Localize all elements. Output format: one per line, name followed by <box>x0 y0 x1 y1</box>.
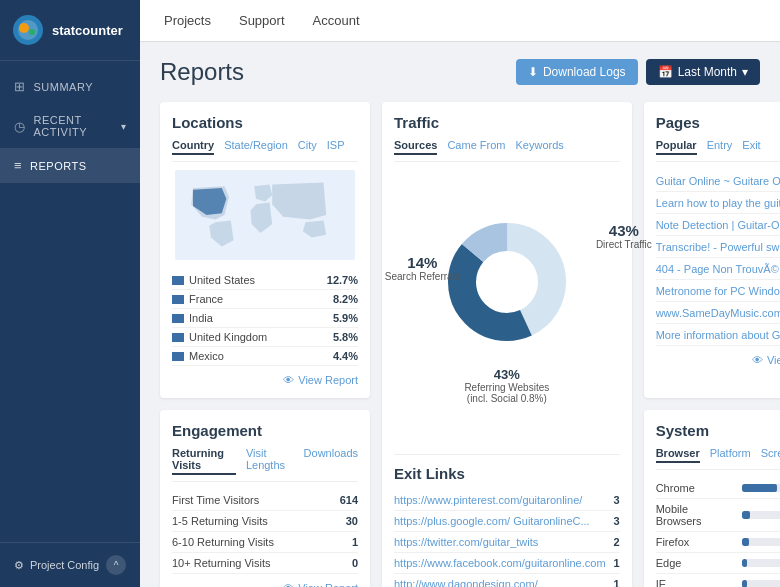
exit-link-row: http://www.dagondesign.com/ 1 <box>394 574 620 587</box>
tab-keywords[interactable]: Keywords <box>515 139 563 155</box>
tab-visit-lengths[interactable]: Visit Lengths <box>246 447 294 475</box>
tab-exit[interactable]: Exit <box>742 139 760 155</box>
system-row: Firefox 9.9% <box>656 532 780 553</box>
sidebar-nav: ⊞ Summary ◷ Recent Activity ▾ ≡ Reports <box>0 61 140 542</box>
donut-chart-container: 14% Search Referrals 43% Direct Traffic … <box>427 202 587 362</box>
main-content: Projects Support Account Reports ⬇ Downl… <box>140 0 780 587</box>
browser-name: IE <box>656 578 736 587</box>
search-referrals-pct: 14% <box>385 254 460 271</box>
engagement-row: First Time Visitors 614 <box>172 490 358 511</box>
exit-links-title: Exit Links <box>394 465 620 482</box>
browser-bar-container <box>742 511 780 519</box>
traffic-title: Traffic <box>394 114 620 131</box>
system-row: IE 6.7% <box>656 574 780 587</box>
exit-link-row: https://www.facebook.com/guitaronline.co… <box>394 553 620 574</box>
engagement-label: First Time Visitors <box>172 494 340 506</box>
tab-country[interactable]: Country <box>172 139 214 155</box>
nav-account[interactable]: Account <box>309 13 364 28</box>
page-name[interactable]: Transcribe! - Powerful swiss knife for .… <box>656 241 780 253</box>
traffic-tabs: Sources Came From Keywords <box>394 139 620 162</box>
page-title: Reports <box>160 58 244 86</box>
page-row: Guitar Online ~ Guitare Online ~ Guit...… <box>656 170 780 192</box>
engagement-view-report[interactable]: 👁 View Report <box>172 582 358 587</box>
tab-browser[interactable]: Browser <box>656 447 700 463</box>
tab-returning-visits[interactable]: Returning Visits <box>172 447 236 475</box>
exit-url[interactable]: https://twitter.com/guitar_twits <box>394 536 606 548</box>
pages-title: Pages <box>656 114 780 131</box>
browser-name: Firefox <box>656 536 736 548</box>
tab-downloads[interactable]: Downloads <box>304 447 358 475</box>
browser-bar <box>742 511 750 519</box>
engagement-row: 10+ Returning Visits 0 <box>172 553 358 574</box>
reports-icon: ≡ <box>14 158 22 173</box>
exit-url[interactable]: https://www.pinterest.com/guitaronline/ <box>394 494 606 506</box>
sidebar-item-reports[interactable]: ≡ Reports <box>0 148 140 183</box>
top-navigation: Projects Support Account <box>140 0 780 42</box>
system-row: Mobile Browsers 11.5% <box>656 499 780 532</box>
browser-name: Mobile Browsers <box>656 503 736 527</box>
page-name[interactable]: Learn how to play the guitar: tutorial..… <box>656 197 780 209</box>
nav-support[interactable]: Support <box>235 13 289 28</box>
tab-isp[interactable]: ISP <box>327 139 345 155</box>
exit-link-row: https://plus.google.com/ GuitaronlineC..… <box>394 511 620 532</box>
header-actions: ⬇ Download Logs 📅 Last Month ▾ <box>516 59 760 85</box>
exit-links-section: Exit Links https://www.pinterest.com/gui… <box>394 454 620 587</box>
locations-view-report[interactable]: 👁 View Report <box>172 374 358 386</box>
engagement-tabs: Returning Visits Visit Lengths Downloads <box>172 447 358 482</box>
tab-city[interactable]: City <box>298 139 317 155</box>
tab-came-from[interactable]: Came From <box>447 139 505 155</box>
sidebar-item-summary[interactable]: ⊞ Summary <box>0 69 140 104</box>
location-name: France <box>189 293 333 305</box>
period-selector-button[interactable]: 📅 Last Month ▾ <box>646 59 760 85</box>
tab-popular[interactable]: Popular <box>656 139 697 155</box>
view-report-icon: 👁 <box>283 582 294 587</box>
exit-count: 3 <box>614 515 620 527</box>
pages-view-report[interactable]: 👁 View Report <box>656 354 780 366</box>
tab-entry[interactable]: Entry <box>707 139 733 155</box>
page-name[interactable]: www.SameDayMusic.com - 240,000+ it... <box>656 307 780 319</box>
sidebar-footer[interactable]: ⚙ Project Config ^ <box>0 542 140 587</box>
exit-count: 1 <box>614 578 620 587</box>
sidebar-item-recent-activity[interactable]: ◷ Recent Activity ▾ <box>0 104 140 148</box>
page-name[interactable]: More information about Guitar-Online... <box>656 329 780 341</box>
location-pct: 8.2% <box>333 293 358 305</box>
sidebar: statcounter ⊞ Summary ◷ Recent Activity … <box>0 0 140 587</box>
system-title: System <box>656 422 780 439</box>
page-name[interactable]: Metronome for PC Windows | Other ... <box>656 285 780 297</box>
browser-bar-container <box>742 484 780 492</box>
flag-icon <box>172 276 184 285</box>
chevron-down-icon: ▾ <box>742 65 748 79</box>
download-logs-button[interactable]: ⬇ Download Logs <box>516 59 638 85</box>
browser-bar <box>742 538 749 546</box>
svg-point-3 <box>29 29 35 35</box>
page-row: More information about Guitar-Online... … <box>656 324 780 346</box>
exit-link-row: https://twitter.com/guitar_twits 2 <box>394 532 620 553</box>
nav-projects[interactable]: Projects <box>160 13 215 28</box>
direct-traffic-pct: 43% <box>596 222 652 239</box>
sidebar-collapse-button[interactable]: ^ <box>106 555 126 575</box>
page-name[interactable]: Guitar Online ~ Guitare Online ~ Guit... <box>656 175 780 187</box>
tab-screen[interactable]: Screen <box>761 447 780 463</box>
engagement-title: Engagement <box>172 422 358 439</box>
exit-links-list: https://www.pinterest.com/guitaronline/ … <box>394 490 620 587</box>
tab-sources[interactable]: Sources <box>394 139 437 155</box>
gear-icon: ⚙ <box>14 559 24 572</box>
exit-url[interactable]: https://www.facebook.com/guitaronline.co… <box>394 557 606 569</box>
location-row: France 8.2% <box>172 290 358 309</box>
engagement-list: First Time Visitors 6141-5 Returning Vis… <box>172 490 358 574</box>
system-row: Chrome 49.6% <box>656 478 780 499</box>
view-report-icon: 👁 <box>752 354 763 366</box>
traffic-card: Traffic Sources Came From Keywords <box>382 102 632 587</box>
location-row: Mexico 4.4% <box>172 347 358 366</box>
tab-platform[interactable]: Platform <box>710 447 751 463</box>
tab-state-region[interactable]: State/Region <box>224 139 288 155</box>
browser-name: Chrome <box>656 482 736 494</box>
engagement-row: 6-10 Returning Visits 1 <box>172 532 358 553</box>
exit-url[interactable]: http://www.dagondesign.com/ <box>394 578 606 587</box>
page-name[interactable]: Note Detection | Guitar-Online (https:..… <box>656 219 780 231</box>
cards-grid: Locations Country State/Region City ISP <box>160 102 760 587</box>
page-row: Learn how to play the guitar: tutorial..… <box>656 192 780 214</box>
page-name[interactable]: 404 - Page Non TrouvÃ©e | Page Not ... <box>656 263 780 275</box>
exit-url[interactable]: https://plus.google.com/ GuitaronlineC..… <box>394 515 606 527</box>
browser-bar-container <box>742 580 780 587</box>
